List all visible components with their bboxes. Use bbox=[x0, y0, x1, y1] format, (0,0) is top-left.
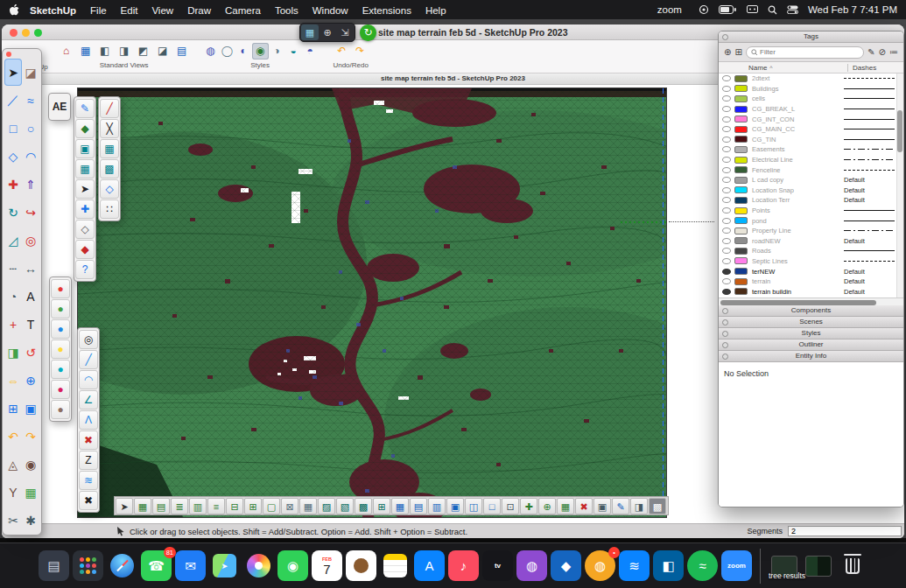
menu-item-window[interactable]: Window bbox=[306, 5, 355, 16]
dock-facetime-icon[interactable]: ◉ bbox=[277, 550, 308, 581]
tag-dash-cell[interactable] bbox=[844, 119, 895, 120]
filter-field[interactable] bbox=[746, 46, 864, 59]
strip-tool-hatch-c[interactable]: ▩ bbox=[355, 498, 372, 514]
green-diamond-icon[interactable]: ◆ bbox=[75, 119, 95, 138]
filter-input[interactable] bbox=[760, 48, 859, 56]
collapse-icon[interactable] bbox=[722, 331, 728, 337]
tag-row[interactable]: Location SnapDefault bbox=[719, 186, 903, 196]
orb-blue-icon[interactable]: ● bbox=[51, 319, 70, 339]
dock-app-blue-icon[interactable]: ◆ bbox=[551, 550, 581, 581]
visibility-eye-icon[interactable] bbox=[722, 258, 731, 264]
tag-dash-cell[interactable]: Default bbox=[844, 176, 895, 184]
visibility-eye-icon[interactable] bbox=[722, 86, 731, 92]
red-diamond-icon[interactable]: ◆ bbox=[75, 240, 95, 259]
tag-dash-cell[interactable] bbox=[844, 139, 895, 140]
tag-row[interactable]: cells bbox=[719, 94, 903, 104]
offset-tool[interactable]: ◎ bbox=[22, 227, 39, 254]
tag-row[interactable]: Fenceline bbox=[719, 164, 903, 175]
tag-row[interactable]: CG_MAIN_CC bbox=[719, 124, 903, 135]
next-view-tool[interactable]: ↷ bbox=[22, 423, 39, 450]
visibility-eye-icon[interactable] bbox=[722, 289, 731, 295]
front-view-icon[interactable]: ◧ bbox=[95, 43, 115, 60]
orb-yellow-icon[interactable]: ● bbox=[51, 340, 70, 359]
3d-text-tool[interactable]: T bbox=[22, 311, 39, 338]
strip-tool-minus-table[interactable]: ⊟ bbox=[226, 498, 243, 514]
visibility-eye-icon[interactable] bbox=[722, 269, 731, 275]
name-column-header[interactable]: Name bbox=[748, 64, 767, 72]
tag-dash-cell[interactable] bbox=[844, 220, 895, 221]
zoom-extents-tool[interactable]: ▣ bbox=[22, 395, 39, 422]
tag-row[interactable]: Property Line bbox=[719, 226, 903, 236]
collapse-icon[interactable] bbox=[722, 354, 728, 360]
collapse-icon[interactable] bbox=[722, 308, 728, 314]
tag-color-swatch[interactable] bbox=[734, 186, 748, 193]
slope-icon[interactable]: ╱ bbox=[79, 350, 98, 369]
tag-color-swatch[interactable] bbox=[734, 126, 748, 133]
push-pull-tool[interactable]: ⇑ bbox=[22, 171, 39, 198]
tag-row[interactable]: Easements bbox=[719, 144, 903, 155]
magnifier-icon[interactable]: ◎ bbox=[79, 330, 98, 349]
tag-row[interactable]: CG_TIN bbox=[719, 135, 903, 145]
strip-tool-split[interactable]: ◫ bbox=[465, 498, 482, 514]
ae-palette[interactable]: AE bbox=[48, 93, 71, 121]
tag-color-swatch[interactable] bbox=[734, 197, 748, 204]
palette-titlebar[interactable] bbox=[3, 49, 41, 58]
strip-tool-dot-box[interactable]: ⊡ bbox=[502, 498, 519, 514]
dock-notes-icon[interactable] bbox=[380, 550, 411, 581]
tag-dash-cell[interactable] bbox=[844, 129, 895, 130]
menubar-clock[interactable]: Wed Feb 7 7:41 PM bbox=[808, 4, 897, 15]
strip-tool-pencil[interactable]: ✎ bbox=[612, 498, 629, 514]
freehand-tool[interactable]: ≈ bbox=[22, 87, 39, 114]
strip-tool-hatch-d[interactable]: ▩ bbox=[649, 498, 666, 514]
tag-color-swatch[interactable] bbox=[734, 157, 748, 164]
settings-tool[interactable]: ✱ bbox=[22, 507, 39, 534]
strip-tool-hatch-b[interactable]: ▧ bbox=[336, 498, 354, 514]
dots-icon[interactable]: ∷ bbox=[100, 200, 119, 219]
dock-music-icon[interactable]: ♪ bbox=[448, 550, 479, 581]
tag-color-swatch[interactable] bbox=[734, 278, 748, 285]
orb-red-icon[interactable]: ● bbox=[51, 279, 70, 298]
strip-tool-grid-e[interactable]: ▦ bbox=[557, 498, 574, 514]
menu-item-sketchup[interactable]: SketchUp bbox=[23, 5, 83, 16]
dock-safari-icon[interactable] bbox=[107, 550, 137, 581]
style-monochrome-icon[interactable]: ◑ bbox=[269, 43, 285, 60]
viewport-canvas[interactable] bbox=[77, 88, 667, 518]
tag-color-swatch[interactable] bbox=[734, 217, 748, 224]
cursor-icon[interactable]: ➤ bbox=[75, 179, 95, 199]
tag-color-swatch[interactable] bbox=[734, 116, 748, 122]
tag-color-swatch[interactable] bbox=[734, 136, 748, 143]
tray-section-styles[interactable]: Styles bbox=[719, 328, 903, 340]
collapse-icon[interactable] bbox=[722, 319, 728, 326]
tray-section-entity-info[interactable]: Entity Info bbox=[719, 351, 903, 362]
tag-color-swatch[interactable] bbox=[734, 257, 748, 264]
strip-tool-hatch-a[interactable]: ▨ bbox=[318, 498, 335, 514]
control-center-icon[interactable] bbox=[787, 5, 798, 14]
menu-item-tools[interactable]: Tools bbox=[268, 5, 306, 16]
tag-row[interactable]: Roads bbox=[719, 246, 903, 256]
details-icon[interactable]: ≔ bbox=[889, 48, 898, 57]
hollow-diamond-icon[interactable]: ◇ bbox=[75, 220, 95, 239]
tag-dash-cell[interactable] bbox=[844, 149, 895, 150]
dock-shazam-icon[interactable]: ≋ bbox=[619, 550, 650, 581]
menu-item-help[interactable]: Help bbox=[418, 5, 453, 16]
strip-tool-cols[interactable]: ▥ bbox=[189, 498, 207, 514]
pan-tool[interactable]: ⇔ bbox=[4, 367, 22, 394]
horizontal-scrollbar[interactable] bbox=[719, 298, 903, 305]
style-hidden-line-icon[interactable]: ◯ bbox=[219, 43, 235, 60]
circle-tool[interactable]: ○ bbox=[22, 115, 39, 142]
arc-tool[interactable]: ◠ bbox=[22, 143, 39, 170]
dock-mail-icon[interactable]: ✉ bbox=[175, 550, 206, 581]
orb-magenta-icon[interactable]: ● bbox=[51, 380, 70, 399]
redo-icon[interactable]: ↷ bbox=[351, 43, 369, 60]
strip-tool-lines[interactable]: ≡ bbox=[207, 498, 225, 514]
rectangle-tool[interactable]: □ bbox=[4, 115, 22, 142]
tag-color-swatch[interactable] bbox=[734, 268, 748, 275]
expand-icon[interactable]: ⇲ bbox=[336, 24, 354, 40]
tag-dash-cell[interactable] bbox=[844, 159, 895, 160]
record-icon[interactable] bbox=[699, 4, 709, 15]
peak-icon[interactable]: Λ bbox=[79, 410, 98, 430]
arc-icon[interactable]: ◠ bbox=[79, 370, 98, 389]
tag-dash-cell[interactable]: Default bbox=[844, 186, 895, 194]
tape-measure-tool[interactable]: ┄ bbox=[4, 255, 22, 282]
visibility-eye-icon[interactable] bbox=[722, 157, 731, 163]
